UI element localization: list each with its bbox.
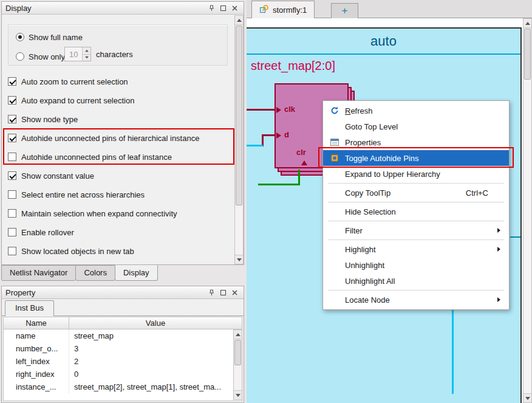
tab-inst-bus[interactable]: Inst Bus (5, 300, 54, 316)
characters-label: characters (96, 50, 133, 59)
checkbox-label: Select entire net across hierarchies (21, 190, 145, 199)
menu-item-refresh[interactable]: Refresh (323, 103, 509, 119)
checkbox-label: Auto zoom to current selection (21, 77, 128, 86)
float-icon[interactable] (218, 288, 228, 297)
menu-item-label: Goto Top Level (345, 122, 503, 131)
menu-item-expand-upper-hierarchy[interactable]: Expand to Upper Hierarchy (323, 166, 509, 182)
checkbox-box (8, 96, 16, 105)
property-panel: Property Inst Bus Name Value name street… (1, 286, 244, 403)
scroll-down-icon[interactable] (234, 390, 242, 399)
table-row[interactable]: instance_... street_map[2], street_map[1… (4, 381, 242, 393)
scrollbar-thumb[interactable] (236, 26, 242, 205)
checkbox-show-constant[interactable]: Show constant value (8, 170, 94, 182)
menu-item-label: Copy ToolTip (345, 188, 466, 198)
net-wire-vertical (452, 307, 454, 394)
tab-netlist-navigator[interactable]: Netlist Navigator (1, 265, 76, 281)
new-tab-button[interactable]: + (331, 3, 358, 18)
table-row[interactable]: right_index 0 (4, 368, 242, 381)
clk-pin-arrow-icon (276, 107, 281, 113)
cell-name: right_index (4, 368, 69, 381)
menu-item-goto-top-level[interactable]: Goto Top Level (323, 119, 509, 134)
menu-item-properties[interactable]: Properties (323, 134, 509, 150)
checkbox-label: Show constant value (21, 171, 94, 181)
property-table-scrollbar[interactable] (233, 329, 242, 400)
menu-item-hide-selection[interactable]: Hide Selection (323, 204, 509, 219)
spinner-down-icon[interactable] (83, 55, 90, 61)
pin-label-clr: clr (296, 148, 306, 157)
display-panel-title: Display (5, 4, 205, 13)
pin-icon[interactable] (206, 3, 217, 13)
radio-show-full-name[interactable]: Show full name (16, 32, 83, 42)
property-panel-titlebar: Property (2, 286, 244, 299)
instance-bus-label: street_map[2:0] (251, 59, 335, 73)
checkbox-show-node-type[interactable]: Show node type (8, 113, 78, 125)
character-count-spinner[interactable]: 10 (64, 47, 91, 61)
tab-colors[interactable]: Colors (75, 265, 115, 281)
cell-value: 3 (69, 342, 242, 355)
menu-item-toggle-autohide-pins[interactable]: Toggle Autohide Pins (323, 150, 509, 166)
radio-label: Show full name (29, 33, 83, 42)
display-panel-scrollbar[interactable] (234, 15, 244, 264)
menu-item-label: Highlight (345, 245, 497, 254)
menu-item-highlight[interactable]: Highlight (323, 241, 509, 257)
checkbox-label: Show node type (21, 115, 78, 124)
viewer-tabbar: stormfly:1 + (247, 0, 532, 18)
tab-stormfly[interactable]: stormfly:1 (251, 1, 315, 18)
cell-value: street_map[2], street_map[1], street_ma.… (69, 381, 242, 393)
checkbox-auto-zoom[interactable]: Auto zoom to current selection (8, 75, 128, 88)
spinner-value: 10 (65, 47, 82, 61)
column-header-value[interactable]: Value (69, 317, 242, 329)
checkbox-enable-rollover[interactable]: Enable rollover (8, 226, 74, 238)
pin-label-d: d (284, 130, 289, 139)
sheet-title: auto (247, 33, 520, 49)
cell-name: left_index (4, 355, 69, 368)
column-header-name[interactable]: Name (4, 317, 69, 329)
menu-item-unhighlight-all[interactable]: Unhighlight All (323, 273, 509, 289)
cell-value: street_map (69, 329, 242, 342)
checkbox-maintain-selection[interactable]: Maintain selection when expand connectiv… (8, 207, 177, 219)
radio-label: Show only (29, 52, 65, 61)
submenu-arrow-icon (497, 228, 500, 233)
table-row[interactable]: name street_map (4, 329, 242, 342)
display-panel-titlebar: Display (2, 2, 244, 15)
properties-icon (328, 137, 341, 147)
spinner-up-icon[interactable] (83, 47, 90, 55)
checkbox-box (8, 77, 16, 86)
context-menu: Refresh Goto Top Level Properties Toggle… (322, 100, 510, 310)
checkbox-box (8, 190, 16, 199)
menu-item-locate-node[interactable]: Locate Node (323, 292, 509, 308)
scroll-down-icon[interactable] (235, 255, 243, 264)
radio-show-only[interactable]: Show only (16, 52, 65, 61)
name-options-group: Show full name Show only 10 characters (8, 24, 228, 66)
menu-separator (328, 202, 504, 202)
menu-item-copy-tooltip[interactable]: Copy ToolTip Ctrl+C (323, 185, 509, 201)
cell-name: instance_... (4, 381, 69, 393)
close-icon[interactable] (230, 288, 240, 297)
table-row[interactable]: number_o... 3 (4, 342, 242, 355)
scroll-down-icon[interactable] (523, 393, 531, 402)
float-icon[interactable] (218, 3, 228, 13)
canvas-scrollbar[interactable] (523, 18, 532, 403)
scroll-up-icon[interactable] (235, 16, 243, 25)
scroll-up-icon[interactable] (234, 330, 242, 339)
checkbox-select-entire-net[interactable]: Select entire net across hierarchies (8, 188, 145, 201)
scroll-up-icon[interactable] (523, 19, 531, 28)
tab-display[interactable]: Display (115, 265, 158, 281)
checkbox-auto-expand[interactable]: Auto expand to current selection (8, 94, 134, 106)
checkbox-box (8, 171, 16, 180)
menu-item-unhighlight[interactable]: Unhighlight (323, 257, 509, 273)
menu-item-filter[interactable]: Filter (323, 222, 509, 238)
table-row[interactable]: left_index 2 (4, 355, 242, 368)
display-panel-content: Show full name Show only 10 characters A… (2, 15, 244, 264)
scrollbar-thumb[interactable] (234, 340, 241, 365)
checkbox-autohide-leaf[interactable]: Autohide unconnected pins of leaf instan… (8, 151, 172, 163)
net-wire-right (510, 236, 520, 238)
display-panel: Display Show full name Show only 10 (1, 1, 244, 265)
submenu-arrow-icon (497, 247, 500, 252)
scrollbar-thumb[interactable] (524, 29, 531, 80)
menu-item-label: Unhighlight (345, 261, 503, 270)
close-icon[interactable] (230, 3, 240, 13)
checkbox-autohide-hierarchical[interactable]: Autohide unconnected pins of hierarchica… (8, 132, 199, 144)
checkbox-show-located[interactable]: Show located objects in new tab (8, 245, 134, 257)
pin-icon[interactable] (206, 288, 217, 297)
